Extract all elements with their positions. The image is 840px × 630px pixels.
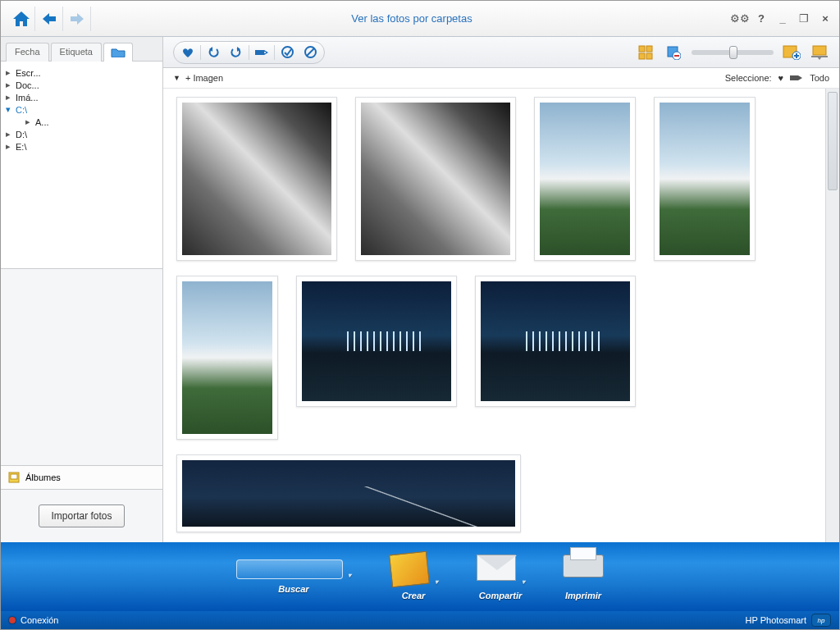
thumbnail[interactable]	[176, 97, 337, 261]
slider-handle[interactable]	[729, 46, 737, 59]
thumbnail[interactable]	[296, 276, 457, 407]
main-panel: ▼ + Imagen Seleccione: ♥ Todo	[163, 37, 839, 542]
folder-tree: ▸Escr... ▸Doc... ▸Imá... ▾C:\ ▸A... ▸D:\…	[1, 62, 162, 269]
svg-rect-1	[11, 474, 17, 479]
svg-rect-8	[639, 53, 645, 59]
vertical-scrollbar[interactable]	[825, 89, 839, 542]
help-icon[interactable]: ?	[754, 11, 769, 26]
tree-node-d-drive[interactable]: ▸D:\	[2, 128, 161, 140]
bottom-dock: ▾ Buscar ▾ Crear ▾ Compartir Imprimir	[1, 542, 839, 611]
thumbnail[interactable]	[654, 97, 756, 261]
rotate-left-button[interactable]	[203, 43, 224, 62]
hp-logo-icon: hp	[811, 614, 831, 627]
chevron-down-icon: ▾	[348, 572, 351, 579]
title-bar: Ver las fotos por carpetas ⚙⚙ ? _ ❐ ×	[1, 1, 839, 37]
folder-icon	[111, 47, 126, 57]
zoom-out-icon[interactable]	[664, 43, 683, 62]
svg-line-5	[307, 48, 314, 56]
album-icon	[7, 471, 21, 484]
thumbnail[interactable]	[176, 454, 521, 532]
minimize-button[interactable]: _	[775, 11, 790, 26]
home-button[interactable]	[7, 7, 35, 31]
tree-node-e-drive[interactable]: ▸E:\	[2, 140, 161, 153]
svg-point-3	[282, 47, 293, 57]
forward-button	[63, 7, 91, 31]
svg-rect-7	[646, 46, 652, 52]
connection-label: Conexión	[21, 615, 58, 625]
svg-rect-17	[813, 46, 826, 55]
thumbnail-gallery	[163, 89, 839, 542]
view-grid-button[interactable]	[636, 43, 655, 62]
albums-section[interactable]: Álbumes	[1, 465, 162, 490]
albums-label: Álbumes	[25, 472, 61, 482]
tab-folders[interactable]	[103, 43, 133, 62]
svg-rect-6	[639, 46, 645, 52]
page-title: Ver las fotos por carpetas	[91, 12, 733, 25]
select-tagged-icon[interactable]	[790, 74, 803, 82]
group-label: + Imagen	[185, 73, 223, 83]
thumbnail-size-slider[interactable]	[692, 50, 774, 55]
select-label: Seleccione:	[725, 73, 772, 83]
slideshow-button[interactable]	[810, 43, 829, 62]
restore-button[interactable]: ❐	[797, 11, 811, 26]
tree-node-documentos[interactable]: ▸Doc...	[2, 79, 161, 91]
dock-compartir[interactable]: ▾ Compartir	[476, 553, 525, 600]
tag-button[interactable]	[251, 43, 272, 62]
select-all-link[interactable]: Todo	[810, 73, 829, 83]
scrollbar-thumb[interactable]	[828, 92, 838, 190]
select-favorites-icon[interactable]: ♥	[778, 73, 784, 83]
dock-crear[interactable]: ▾ Crear	[389, 553, 438, 600]
thumbnail[interactable]	[355, 97, 516, 261]
tab-fecha[interactable]: Fecha	[6, 43, 49, 62]
tree-node-c-drive-a[interactable]: ▸A...	[2, 116, 161, 128]
chevron-down-icon: ▾	[522, 578, 525, 586]
chevron-down-icon: ▾	[435, 578, 438, 586]
thumbnail[interactable]	[475, 276, 636, 407]
dock-imprimir[interactable]: Imprimir	[563, 553, 604, 600]
approve-button[interactable]	[276, 43, 298, 62]
thumbnail[interactable]	[176, 276, 278, 440]
reject-button[interactable]	[299, 43, 321, 62]
close-button[interactable]: ×	[818, 11, 833, 26]
dock-buscar[interactable]: ▾ Buscar	[236, 559, 351, 594]
sidebar: Fecha Etiqueta ▸Escr... ▸Doc... ▸Imá... …	[1, 37, 163, 542]
tab-etiqueta[interactable]: Etiqueta	[51, 43, 102, 62]
import-photos-button[interactable]: Importar fotos	[39, 504, 124, 527]
favorite-button[interactable]	[177, 43, 199, 62]
settings-icon[interactable]: ⚙⚙	[733, 11, 747, 26]
tree-node-c-drive[interactable]: ▾C:\	[2, 103, 161, 116]
connection-status-icon	[9, 617, 16, 623]
tree-node-escritorio[interactable]: ▸Escr...	[2, 66, 161, 79]
collapse-group-icon[interactable]: ▼	[173, 74, 180, 82]
svg-point-2	[264, 52, 266, 53]
rotate-right-button[interactable]	[226, 43, 247, 62]
zoom-in-icon[interactable]	[782, 43, 801, 62]
thumbnail[interactable]	[534, 97, 636, 261]
back-button[interactable]	[35, 7, 63, 31]
tree-node-imagenes[interactable]: ▸Imá...	[2, 91, 161, 103]
svg-rect-9	[646, 53, 652, 59]
main-toolbar	[163, 37, 839, 68]
status-bar: Conexión HP Photosmart hp	[1, 611, 839, 629]
brand-label: HP Photosmart	[746, 615, 806, 625]
